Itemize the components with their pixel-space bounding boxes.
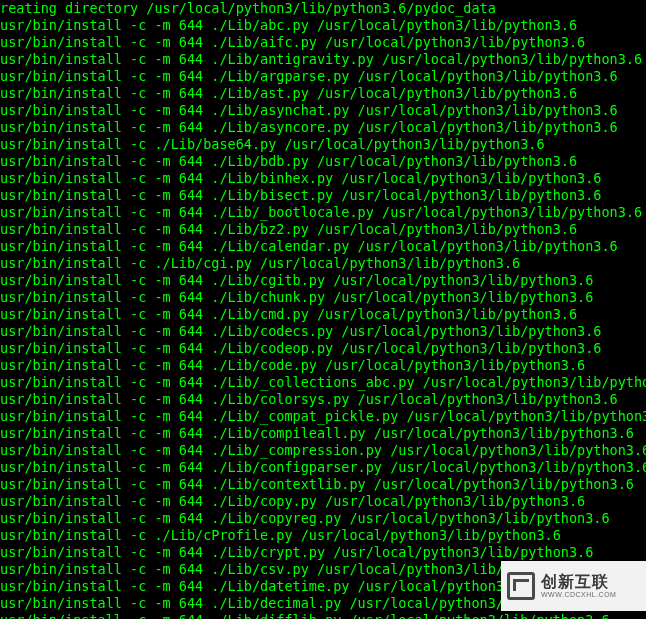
- terminal-line: usr/bin/install -c -m 644 ./Lib/asynchat…: [0, 102, 646, 119]
- terminal-line: usr/bin/install -c -m 644 ./Lib/_compres…: [0, 442, 646, 459]
- terminal-line: usr/bin/install -c -m 644 ./Lib/cgitb.py…: [0, 272, 646, 289]
- terminal-line: usr/bin/install -c -m 644 ./Lib/_bootloc…: [0, 204, 646, 221]
- terminal-line: usr/bin/install -c -m 644 ./Lib/argparse…: [0, 68, 646, 85]
- terminal-line: usr/bin/install -c -m 644 ./Lib/bz2.py /…: [0, 221, 646, 238]
- terminal-line: usr/bin/install -c -m 644 ./Lib/antigrav…: [0, 51, 646, 68]
- watermark-logo-icon: [507, 572, 535, 600]
- terminal-line: usr/bin/install -c -m 644 ./Lib/abc.py /…: [0, 17, 646, 34]
- terminal-line: usr/bin/install -c -m 644 ./Lib/codeop.p…: [0, 340, 646, 357]
- terminal-line: usr/bin/install -c -m 644 ./Lib/codecs.p…: [0, 323, 646, 340]
- terminal-line: usr/bin/install -c -m 644 ./Lib/contextl…: [0, 476, 646, 493]
- terminal-line: usr/bin/install -c -m 644 ./Lib/asyncore…: [0, 119, 646, 136]
- terminal-output[interactable]: reating directory /usr/local/python3/lib…: [0, 0, 646, 619]
- terminal-line: usr/bin/install -c -m 644 ./Lib/calendar…: [0, 238, 646, 255]
- watermark-text: 创新互联 WWW.CDCXHL.COM: [541, 573, 616, 598]
- terminal-line: usr/bin/install -c ./Lib/base64.py /usr/…: [0, 136, 646, 153]
- terminal-line: usr/bin/install -c -m 644 ./Lib/copy.py …: [0, 493, 646, 510]
- terminal-line: usr/bin/install -c -m 644 ./Lib/bisect.p…: [0, 187, 646, 204]
- terminal-line: usr/bin/install -c -m 644 ./Lib/chunk.py…: [0, 289, 646, 306]
- terminal-line: usr/bin/install -c -m 644 ./Lib/_collect…: [0, 374, 646, 391]
- terminal-line: usr/bin/install -c -m 644 ./Lib/copyreg.…: [0, 510, 646, 527]
- terminal-line: usr/bin/install -c -m 644 ./Lib/crypt.py…: [0, 544, 646, 561]
- watermark-en-text: WWW.CDCXHL.COM: [541, 591, 616, 599]
- terminal-line: usr/bin/install -c -m 644 ./Lib/_compat_…: [0, 408, 646, 425]
- terminal-line: usr/bin/install -c ./Lib/cProfile.py /us…: [0, 527, 646, 544]
- terminal-line: usr/bin/install -c -m 644 ./Lib/compilea…: [0, 425, 646, 442]
- terminal-line: usr/bin/install -c -m 644 ./Lib/colorsys…: [0, 391, 646, 408]
- terminal-line: usr/bin/install -c -m 644 ./Lib/ast.py /…: [0, 85, 646, 102]
- terminal-line: usr/bin/install -c -m 644 ./Lib/cmd.py /…: [0, 306, 646, 323]
- terminal-line: usr/bin/install -c -m 644 ./Lib/binhex.p…: [0, 170, 646, 187]
- terminal-line: usr/bin/install -c -m 644 ./Lib/aifc.py …: [0, 34, 646, 51]
- terminal-line: usr/bin/install -c -m 644 ./Lib/code.py …: [0, 357, 646, 374]
- watermark: 创新互联 WWW.CDCXHL.COM: [501, 561, 646, 611]
- terminal-line: usr/bin/install -c ./Lib/cgi.py /usr/loc…: [0, 255, 646, 272]
- terminal-line: reating directory /usr/local/python3/lib…: [0, 0, 646, 17]
- terminal-line: usr/bin/install -c -m 644 ./Lib/bdb.py /…: [0, 153, 646, 170]
- watermark-cn-text: 创新互联: [541, 573, 616, 591]
- terminal-line: usr/bin/install -c -m 644 ./Lib/difflib.…: [0, 612, 646, 619]
- terminal-line: usr/bin/install -c -m 644 ./Lib/configpa…: [0, 459, 646, 476]
